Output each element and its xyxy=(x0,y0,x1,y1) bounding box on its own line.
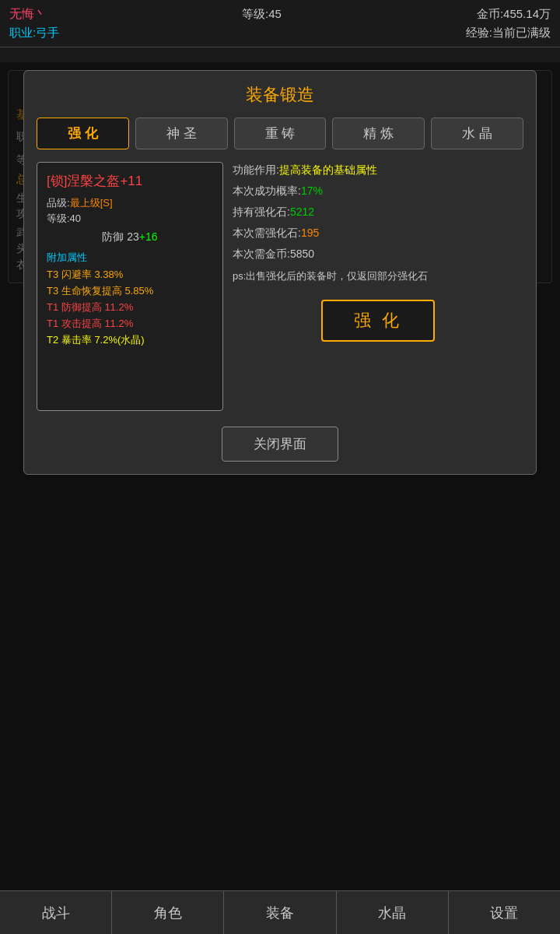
own-stones-row: 持有强化石:5212 xyxy=(233,204,523,220)
item-defense: 防御 23+16 xyxy=(47,230,213,244)
success-rate-row: 本次成功概率:17% xyxy=(233,183,523,199)
item-card: [锁]涅槃之盔+11 品级:最上级[S] 等级:40 防御 23+16 附加属性… xyxy=(37,162,223,411)
ps-note: ps:出售强化后的装备时，仅返回部分强化石 xyxy=(233,269,523,284)
item-grade: 品级:最上级[S] xyxy=(47,196,213,210)
tab-recast[interactable]: 重 铸 xyxy=(234,118,327,149)
player-class: 职业:弓手 xyxy=(9,26,59,40)
player-name: 无悔丶 xyxy=(9,6,47,23)
player-exp: 经验:当前已满级 xyxy=(466,26,551,40)
item-level: 等级:40 xyxy=(47,212,213,226)
nav-settings[interactable]: 设置 xyxy=(449,891,560,934)
nav-character[interactable]: 角色 xyxy=(112,891,224,934)
forge-panel: 装备锻造 强 化 神 圣 重 铸 精 炼 水 晶 [锁]涅槃之盔+11 品级:最… xyxy=(23,70,537,475)
nav-battle[interactable]: 战斗 xyxy=(0,891,112,934)
item-name: [锁]涅槃之盔+11 xyxy=(47,172,213,190)
tab-strengthen[interactable]: 强 化 xyxy=(37,118,129,149)
item-attrs-title: 附加属性 xyxy=(47,251,213,265)
need-gold-row: 本次需金币:5850 xyxy=(233,246,523,262)
nav-equipment[interactable]: 装备 xyxy=(224,891,336,934)
forge-button[interactable]: 强 化 xyxy=(321,300,435,342)
bottom-nav: 战斗 角色 装备 水晶 设置 xyxy=(0,890,560,934)
player-gold: 金币:455.14万 xyxy=(477,7,551,22)
need-stones-row: 本次需强化石:195 xyxy=(233,225,523,241)
forge-title: 装备锻造 xyxy=(37,83,523,107)
forge-body: [锁]涅槃之盔+11 品级:最上级[S] 等级:40 防御 23+16 附加属性… xyxy=(37,162,523,411)
item-attr-dodge: T3 闪避率 3.38% xyxy=(47,268,213,282)
item-attr-attack: T1 攻击提高 11.2% xyxy=(47,317,213,331)
close-button[interactable]: 关闭界面 xyxy=(222,427,338,462)
function-row: 功能作用:提高装备的基础属性 xyxy=(233,162,523,178)
forge-tabs: 强 化 神 圣 重 铸 精 炼 水 晶 xyxy=(37,118,523,149)
forge-info: 功能作用:提高装备的基础属性 本次成功概率:17% 持有强化石:5212 本次需… xyxy=(233,162,523,411)
nav-crystal[interactable]: 水晶 xyxy=(337,891,449,934)
item-attr-crit: T2 暴击率 7.2%(水晶) xyxy=(47,333,213,347)
tab-holy[interactable]: 神 圣 xyxy=(135,118,228,149)
item-attr-hp-recover: T3 生命恢复提高 5.85% xyxy=(47,284,213,298)
top-bar: 无悔丶 等级:45 金币:455.14万 职业:弓手 经验:当前已满级 xyxy=(0,0,560,47)
forge-overlay: 装备锻造 强 化 神 圣 重 铸 精 炼 水 晶 [锁]涅槃之盔+11 品级:最… xyxy=(0,62,560,890)
tab-refine[interactable]: 精 炼 xyxy=(332,118,425,149)
item-attr-defense: T1 防御提高 11.2% xyxy=(47,300,213,314)
tab-crystal[interactable]: 水 晶 xyxy=(431,118,523,149)
player-level: 等级:45 xyxy=(242,7,282,22)
